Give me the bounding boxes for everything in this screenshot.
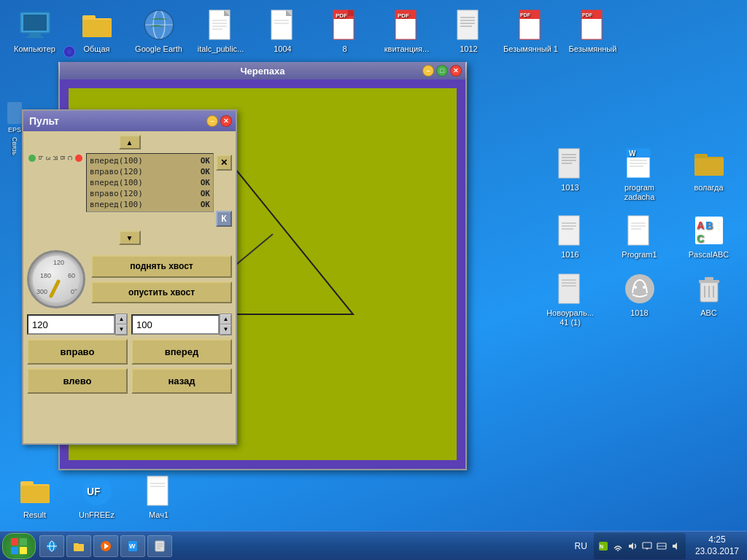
svg-text:N: N [600, 544, 603, 549]
icon-1013[interactable]: 1013 [543, 146, 597, 202]
turn-left-btn[interactable]: влево [27, 368, 128, 394]
log-indicator: СВЯЗЬ [27, 153, 84, 163]
dial-control[interactable]: 120 60 0° 300 180 [27, 250, 85, 308]
nvidia-tray-icon[interactable]: N [597, 540, 609, 552]
icon-korzina[interactable]: ABC [681, 271, 736, 327]
svg-text:180: 180 [40, 272, 51, 279]
svg-rect-83 [20, 481, 34, 486]
clear-log-btn[interactable]: ✕ [216, 155, 232, 171]
icon-google-earth[interactable]: Google Earth [131, 7, 186, 54]
icon-pascal-abc[interactable]: A B C PascalABC [681, 213, 736, 260]
svg-point-73 [634, 286, 637, 289]
cherepaha-close-btn[interactable]: ✕ [450, 65, 462, 77]
distance-spin-up[interactable]: ▲ [220, 314, 231, 324]
doc-1013-icon [553, 146, 588, 181]
network-tray-icon[interactable] [656, 540, 667, 552]
icon-kvitanciya-label: квитанция... [384, 44, 429, 54]
log-ok-5: OK [201, 200, 210, 209]
icon-abc[interactable]: 1018 [612, 271, 667, 327]
cherepaha-minimize-btn[interactable]: – [422, 65, 434, 77]
angle-spin-down[interactable]: ▼ [116, 324, 127, 335]
dir-btns-row2: влево назад [27, 368, 232, 394]
svg-rect-3 [26, 36, 44, 38]
desktop-icons-top: Компьютер Общая [0, 4, 747, 58]
icon-1012[interactable]: 1012 [441, 7, 496, 54]
svg-text:PDF: PDF [336, 12, 347, 19]
icon-1018[interactable]: Новоураль... 41 (1) [543, 271, 597, 327]
unfreez-icon: UF [80, 473, 115, 508]
angle-input[interactable] [27, 314, 115, 335]
pult-close-btn[interactable]: ✕ [220, 115, 232, 127]
icon-unfreez[interactable]: UF UnFREEz [69, 473, 124, 520]
lower-tail-btn[interactable]: опустить хвост [91, 281, 232, 303]
svg-rect-76 [699, 280, 719, 283]
taskbar-word-btn[interactable]: W [120, 535, 145, 557]
log-cmd-4: вправо(120) [90, 189, 143, 198]
start-button[interactable] [2, 533, 36, 559]
sound-tray-icon[interactable] [670, 540, 682, 552]
volume-tray-icon[interactable] [627, 540, 638, 552]
taskbar-explorer-btn[interactable] [66, 535, 91, 557]
icon-volagda[interactable]: волагда [681, 146, 736, 202]
svg-text:60: 60 [68, 272, 75, 279]
cherepaha-maximize-btn[interactable]: □ [436, 65, 448, 77]
pult-minimize-btn[interactable]: – [206, 115, 218, 127]
pult-titlebar[interactable]: Пульт – ✕ [23, 111, 236, 131]
icon-pascal-abc-label: PascalABC [689, 250, 729, 260]
svg-rect-112 [20, 547, 27, 554]
svg-text:W: W [129, 542, 136, 550]
media-icon [100, 540, 112, 552]
icon-1004[interactable]: 1004 [255, 7, 310, 54]
move-forward-btn[interactable]: вперед [131, 339, 232, 365]
distance-input[interactable] [131, 314, 220, 335]
icon-1016[interactable]: 1016 [543, 213, 597, 260]
icon-kvitanciya[interactable]: PDF квитанция... [379, 7, 434, 54]
taskbar-ie-btn[interactable] [39, 535, 64, 557]
angle-input-wrap: ▲ ▼ [27, 314, 128, 335]
icon-program-zadacha[interactable]: W program zadacha [612, 146, 667, 202]
svg-rect-87 [147, 476, 168, 505]
icon-bezymyannyy2[interactable]: PDF Безымянный [565, 7, 620, 54]
icon-bezymyannyy1[interactable]: PDF Безымянный 1 [503, 7, 558, 54]
icon-result[interactable]: Result [7, 473, 62, 520]
svg-marker-135 [673, 542, 677, 550]
dial-inner: 120 60 0° 300 180 [33, 256, 80, 303]
svg-rect-56 [559, 216, 579, 245]
taskbar-media-btn[interactable] [93, 535, 118, 557]
icon-google-earth-label: Google Earth [135, 44, 182, 54]
clock-area[interactable]: 4:25 23.03.2017 [689, 534, 745, 557]
icon-8[interactable]: PDF 8 [317, 7, 372, 54]
svg-marker-129 [629, 542, 633, 550]
ie-icon [46, 540, 58, 552]
svg-text:0°: 0° [71, 288, 77, 295]
raise-tail-btn[interactable]: поднять хвост [91, 255, 232, 277]
svg-rect-68 [559, 274, 579, 303]
icon-program1[interactable]: Program1 [612, 213, 667, 260]
svg-rect-117 [74, 543, 79, 545]
distance-spin-down[interactable]: ▼ [220, 324, 231, 335]
language-indicator[interactable]: RU [575, 541, 587, 551]
turn-right-btn[interactable]: вправо [27, 339, 128, 365]
k-btn[interactable]: К [216, 211, 232, 227]
move-back-btn[interactable]: назад [131, 368, 232, 394]
taskbar-notepad-btn[interactable] [147, 535, 172, 557]
icon-mach1[interactable]: Мач1 [131, 473, 186, 520]
svg-text:W: W [629, 149, 636, 158]
icon-obshaya[interactable]: Общая [69, 7, 124, 54]
icon-korzina-label: ABC [700, 308, 717, 318]
icon-komputer[interactable]: Компьютер [7, 7, 62, 54]
angle-spin-up[interactable]: ▲ [116, 314, 127, 324]
arrow-up-btn[interactable]: ▲ [119, 135, 141, 149]
windows-logo-icon [10, 537, 28, 555]
arrow-up-section: ▲ [27, 135, 232, 149]
svg-rect-111 [11, 547, 18, 554]
cherepaha-titlebar[interactable]: Черепаха – □ ✕ [60, 62, 465, 79]
svg-text:PDF: PDF [520, 12, 531, 18]
wifi-tray-icon[interactable] [612, 540, 624, 552]
svg-rect-31 [457, 10, 478, 39]
arrow-down-btn[interactable]: ▼ [119, 230, 141, 245]
command-log: вперед(100) OK вправо(120) OK вперед(100… [86, 153, 214, 212]
display-tray-icon[interactable] [641, 540, 653, 552]
pult-content: ▲ СВЯЗЬ вперед(100) OK вправо(120) OK [23, 131, 236, 443]
icon-italc[interactable]: italc_public... [193, 7, 248, 54]
